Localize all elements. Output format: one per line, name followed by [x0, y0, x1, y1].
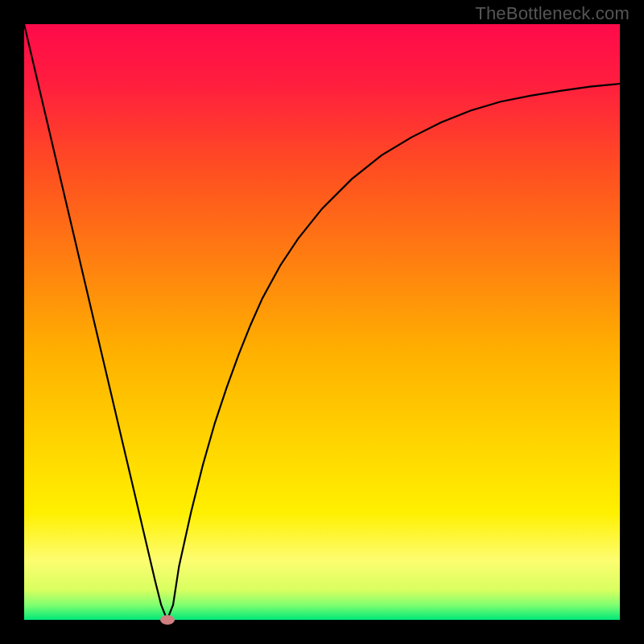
- plot-svg: [24, 24, 620, 620]
- optimal-point-marker: [160, 615, 175, 625]
- chart-frame: TheBottleneck.com: [0, 0, 644, 644]
- gradient-background: [24, 24, 620, 620]
- watermark-text: TheBottleneck.com: [475, 3, 630, 24]
- plot-area: [24, 24, 620, 620]
